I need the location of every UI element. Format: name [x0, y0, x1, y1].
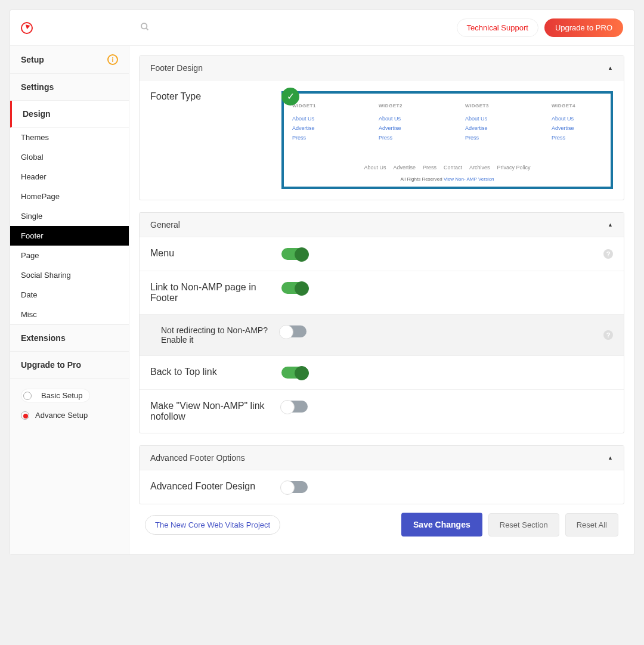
- backtotop-toggle[interactable]: [281, 367, 308, 379]
- collapse-icon: ▲: [608, 222, 613, 228]
- svg-line-1: [146, 28, 148, 30]
- sidebar-item-global[interactable]: Global: [10, 147, 129, 167]
- preview-widget-col: WIDGET3About UsAdvertisePress: [465, 103, 516, 141]
- sidebar-item-themes[interactable]: Themes: [10, 128, 129, 147]
- sidebar-design[interactable]: Design: [10, 101, 129, 128]
- sidebar-setup[interactable]: Setup i: [10, 46, 129, 74]
- help-icon[interactable]: ?: [603, 330, 613, 340]
- nonamp-toggle[interactable]: [281, 282, 308, 294]
- redirect-label: Not redirecting to Non-AMP? Enable it: [161, 325, 280, 345]
- sidebar-item-footer[interactable]: Footer: [10, 226, 129, 246]
- redirect-toggle[interactable]: [280, 325, 306, 337]
- info-icon: i: [107, 54, 118, 65]
- collapse-icon: ▲: [608, 455, 613, 461]
- sidebar-item-social-sharing[interactable]: Social Sharing: [10, 265, 129, 285]
- reset-all-button[interactable]: Reset All: [565, 513, 618, 537]
- check-icon: ✓: [281, 88, 299, 106]
- technical-support-button[interactable]: Technical Support: [457, 18, 538, 37]
- sidebar-item-homepage[interactable]: HomePage: [10, 187, 129, 206]
- sidebar-item-header[interactable]: Header: [10, 167, 129, 187]
- nofollow-label: Make "View Non-AMP" link nofollow: [150, 401, 281, 422]
- nonamp-label: Link to Non-AMP page in Footer: [150, 282, 281, 303]
- svg-point-0: [141, 23, 147, 29]
- sidebar-item-misc[interactable]: Misc: [10, 305, 129, 324]
- reset-section-button[interactable]: Reset Section: [488, 513, 559, 537]
- backtotop-label: Back to Top link: [150, 367, 281, 377]
- menu-label: Menu: [150, 248, 281, 259]
- sidebar-extensions[interactable]: Extensions: [10, 324, 129, 351]
- basic-setup-label: Basic Setup: [38, 391, 86, 400]
- preview-widget-col: WIDGET1About UsAdvertisePress: [292, 103, 343, 141]
- preview-widget-col: WIDGET2About UsAdvertisePress: [379, 103, 429, 141]
- advanced-title: Advanced Footer Options: [150, 453, 245, 463]
- sidebar-setup-label: Setup: [21, 55, 44, 64]
- preview-bottom-links: About UsAdvertisePressContactArchivesPri…: [292, 165, 602, 170]
- sidebar-item-single[interactable]: Single: [10, 206, 129, 226]
- collapse-icon: ▲: [608, 65, 613, 71]
- sidebar-design-label: Design: [23, 109, 51, 119]
- footer-design-title: Footer Design: [150, 63, 203, 73]
- basic-setup-radio[interactable]: Basic Setup: [10, 384, 129, 407]
- amp-logo-icon: [21, 22, 33, 34]
- preview-widget-col: WIDGET4About UsAdvertisePress: [552, 103, 602, 141]
- search-icon[interactable]: [140, 22, 457, 34]
- sidebar-upgrade[interactable]: Upgrade to Pro: [10, 351, 129, 379]
- sidebar-item-date[interactable]: Date: [10, 285, 129, 305]
- preview-credit: All Rights Reserved View Non- AMP Versio…: [292, 176, 602, 182]
- advance-setup-label: Advance Setup: [35, 411, 88, 420]
- footer-type-preview[interactable]: ✓ WIDGET1About UsAdvertisePressWIDGET2Ab…: [281, 91, 613, 189]
- general-title: General: [150, 220, 180, 230]
- advanced-design-toggle[interactable]: [281, 481, 308, 493]
- sidebar-item-page[interactable]: Page: [10, 246, 129, 265]
- advanced-design-label: Advanced Footer Design: [150, 481, 281, 492]
- upgrade-pro-button[interactable]: Upgrade to PRO: [544, 18, 623, 37]
- sidebar-settings-label: Settings: [21, 82, 54, 92]
- menu-toggle[interactable]: [281, 248, 308, 260]
- nofollow-toggle[interactable]: [281, 401, 308, 413]
- footer-design-header[interactable]: Footer Design ▲: [140, 56, 624, 80]
- general-header[interactable]: General ▲: [140, 213, 624, 237]
- save-changes-button[interactable]: Save Changes: [401, 513, 482, 537]
- core-web-vitals-button[interactable]: The New Core Web Vitals Project: [145, 515, 280, 535]
- footer-type-label: Footer Type: [150, 91, 281, 102]
- help-icon[interactable]: ?: [603, 249, 613, 259]
- sidebar-settings[interactable]: Settings: [10, 74, 129, 101]
- advanced-header[interactable]: Advanced Footer Options ▲: [140, 446, 624, 470]
- advance-setup-radio[interactable]: Advance Setup: [10, 407, 129, 424]
